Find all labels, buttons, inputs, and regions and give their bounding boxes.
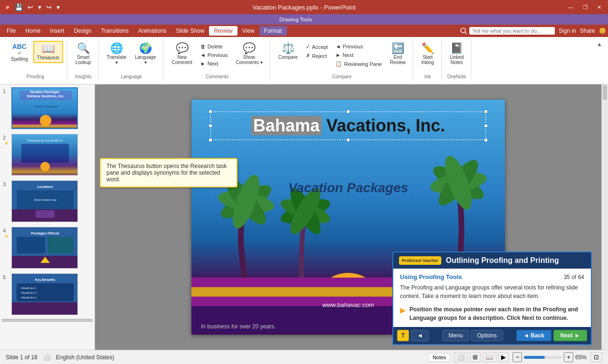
- menu-view[interactable]: View: [238, 26, 259, 36]
- slide-thumb-3[interactable]: 3 Locations Resort locations map: [2, 179, 93, 223]
- zoom-control: − + 65%: [513, 352, 587, 362]
- handle-bc[interactable]: [346, 138, 350, 142]
- title-bar-left: P 💾 ↩ ▾ ↪ ▾: [4, 2, 61, 12]
- slide-thumb-2[interactable]: 2 ★ Presented for the Ben: [2, 133, 93, 177]
- delete-comment-button[interactable]: 🗑 Delete: [198, 43, 231, 50]
- show-comments-button[interactable]: 💬 ShowComments ▾: [233, 41, 266, 67]
- slide-img-5[interactable]: Key Benefits • Benefit item 1 • Benefit …: [11, 273, 78, 315]
- normal-view-btn[interactable]: ⬜: [454, 352, 468, 362]
- slide-thumb-4[interactable]: 4 ★ Packages Offered: [2, 226, 93, 270]
- prev-change-label: Previous: [342, 44, 363, 49]
- restore-btn[interactable]: ❐: [580, 3, 590, 11]
- show-comments-icon: 💬: [243, 43, 256, 54]
- title-rest: Vacations, Inc.: [322, 116, 445, 135]
- translate-button[interactable]: 🌐 Translate▾: [104, 41, 130, 67]
- search-input[interactable]: [469, 27, 555, 35]
- slide-sorter-btn[interactable]: ⊞: [470, 352, 481, 362]
- handle-mr[interactable]: [484, 124, 488, 128]
- scrollbar-thumb[interactable]: [603, 85, 607, 100]
- svg-text:Key Benefits: Key Benefits: [35, 278, 56, 282]
- menu-review[interactable]: Review: [209, 26, 237, 36]
- language-button[interactable]: 🌍 Language▾: [132, 41, 160, 67]
- zoom-level: 65%: [575, 354, 587, 361]
- delete-icon: 🗑: [200, 44, 206, 49]
- compare-buttons: ⚖️ Compare ✓ Accept ✗ Reject ◄ Previous: [275, 39, 409, 74]
- slideshow-btn[interactable]: ▶: [498, 352, 509, 362]
- redo-btn[interactable]: ↪: [45, 2, 53, 12]
- insights-buttons: 🔍 SmartLookup: [72, 39, 95, 74]
- tutorial-topic: Using Proofing Tools: [400, 273, 462, 280]
- menu-animations[interactable]: Animations: [133, 26, 171, 36]
- handle-ml[interactable]: [209, 124, 212, 128]
- compare-button[interactable]: ⚖️ Compare: [275, 41, 301, 62]
- menu-file[interactable]: File: [2, 26, 20, 36]
- close-btn[interactable]: ✕: [594, 3, 604, 11]
- slide-preview-3: Locations Resort locations map: [12, 181, 78, 222]
- fit-slide-btn[interactable]: ⊡: [590, 352, 602, 362]
- linked-notes-button[interactable]: 📓 LinkedNotes: [446, 41, 467, 67]
- previous-change-button[interactable]: ◄ Previous: [332, 43, 385, 50]
- tutorial-menu-button[interactable]: Menu: [442, 330, 469, 341]
- accept-button[interactable]: ✓ Accept: [303, 43, 331, 51]
- slide-thumb-1[interactable]: 1 Vacation Packages: [2, 86, 93, 130]
- slide-img-3[interactable]: Locations Resort locations map: [11, 180, 78, 222]
- tutorial-panel: Professor teacher Outlining Proofing and…: [392, 252, 592, 345]
- menu-transitions[interactable]: Transitions: [96, 26, 133, 36]
- compare-label: Compare: [278, 55, 298, 60]
- end-review-button[interactable]: 🔚 EndReview: [387, 41, 409, 67]
- menu-home[interactable]: Home: [20, 26, 45, 36]
- handle-tl[interactable]: [209, 110, 212, 113]
- share-btn[interactable]: Share: [580, 28, 595, 34]
- slide-label-1: Vacation Packages: [14, 90, 75, 93]
- smart-lookup-button[interactable]: 🔍 SmartLookup: [72, 41, 95, 67]
- svg-line-3: [465, 32, 467, 34]
- status-right: Notes ⬜ ⊞ 📖 ▶ − + 65% ⊡: [428, 352, 602, 362]
- tutorial-back-button[interactable]: ◄ Back: [516, 330, 551, 341]
- handle-br[interactable]: [484, 138, 488, 142]
- handle-tr[interactable]: [484, 110, 488, 113]
- next-comment-button[interactable]: ► Next: [198, 60, 231, 67]
- svg-point-12: [40, 162, 50, 171]
- undo-dropdown[interactable]: ▾: [37, 2, 43, 12]
- zoom-out-btn[interactable]: −: [513, 352, 522, 362]
- menu-format[interactable]: Format: [259, 26, 287, 36]
- notes-button[interactable]: Notes: [428, 353, 451, 362]
- collapse-ribbon-btn[interactable]: ▲: [595, 39, 604, 49]
- reject-button[interactable]: ✗ Reject: [303, 52, 331, 60]
- scroll-divider[interactable]: [2, 319, 93, 322]
- tutorial-controls: T ◄ Menu Options ◄ Back Next ►: [393, 327, 591, 344]
- new-comment-button[interactable]: 💬 NewComment: [168, 41, 195, 67]
- slide-img-4[interactable]: Packages Offered: [11, 227, 78, 269]
- signin-link[interactable]: Sign in: [559, 28, 576, 34]
- zoom-in-btn[interactable]: +: [564, 352, 573, 362]
- minimize-btn[interactable]: —: [565, 3, 576, 11]
- menu-slideshow[interactable]: Slide Show: [171, 26, 209, 36]
- reviewing-pane-button[interactable]: 📋 Reviewing Pane: [332, 60, 385, 68]
- slide-img-1[interactable]: Vacation Packages Bah: [11, 87, 78, 129]
- slide-img-2[interactable]: Presented for the Benefit of:: [11, 134, 78, 176]
- previous-comment-button[interactable]: ◄ Previous: [198, 51, 231, 59]
- thesaurus-button[interactable]: 📖 Thesaurus: [33, 41, 63, 63]
- zoom-slider[interactable]: [524, 356, 562, 359]
- spelling-button[interactable]: ABC ✓ Spelling: [8, 41, 31, 64]
- smart-lookup-label: SmartLookup: [76, 55, 91, 65]
- menu-insert[interactable]: Insert: [45, 26, 69, 36]
- vertical-scrollbar[interactable]: [601, 84, 608, 350]
- tutorial-t-button[interactable]: T: [397, 330, 409, 341]
- start-inking-button[interactable]: ✏️ StartInking: [418, 41, 437, 67]
- save-btn[interactable]: 💾: [13, 2, 24, 12]
- slide-thumb-5[interactable]: 5 Key Benefits • Benefit item 1 • Benefi…: [2, 272, 93, 316]
- tutorial-options-button[interactable]: Options: [471, 330, 503, 341]
- title-box[interactable]: Bahama Vacations, Inc.: [210, 112, 486, 140]
- handle-bl[interactable]: [209, 138, 212, 142]
- reading-view-btn[interactable]: 📖: [483, 352, 496, 362]
- customize-qat[interactable]: ▾: [55, 2, 61, 12]
- tutorial-body: Using Proofing Tools 35 of 64 The Proofi…: [393, 269, 591, 327]
- undo-btn[interactable]: ↩: [26, 2, 35, 12]
- next-change-button[interactable]: ► Next: [332, 51, 385, 59]
- tutorial-prev-arrow-button[interactable]: ◄: [411, 330, 429, 341]
- menu-design[interactable]: Design: [69, 26, 96, 36]
- slides-panel[interactable]: 1 Vacation Packages: [0, 84, 95, 350]
- tutorial-next-button[interactable]: Next ►: [553, 330, 587, 341]
- handle-tc[interactable]: [346, 110, 350, 113]
